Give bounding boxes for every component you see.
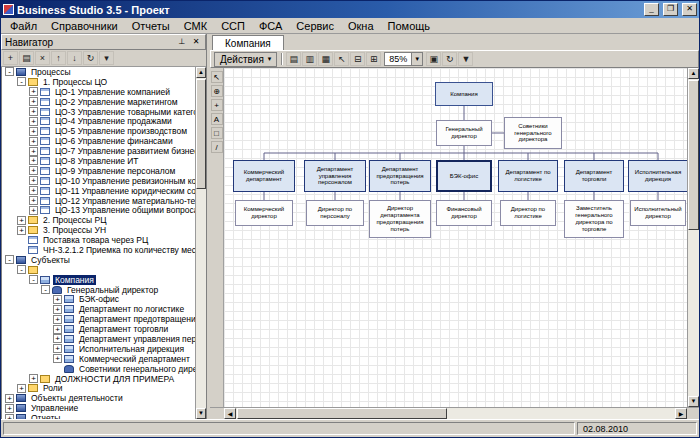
expand-icon[interactable]: + [5, 394, 14, 403]
tree-item[interactable]: -Субъекты [2, 255, 195, 265]
scroll-right-icon[interactable]: ▶ [675, 408, 687, 419]
diagram-canvas[interactable]: КомпанияГенеральный директорСоветники ге… [224, 68, 687, 407]
collapse-icon[interactable]: - [17, 77, 26, 86]
pin-icon[interactable]: ⊥ [176, 36, 188, 48]
collapse-icon[interactable]: - [17, 265, 26, 274]
tree-item[interactable]: +Объекты деятельности [2, 393, 195, 403]
tree-item[interactable]: +Департамент предотвращения потер [2, 314, 195, 324]
horizontal-scrollbar[interactable]: ◀ ▶ [224, 408, 687, 419]
tree-item[interactable]: +ДОЛЖНОСТИ ДЛЯ ПРИМЕРА [2, 374, 195, 384]
zoom-select[interactable]: 85% ▾ [384, 52, 423, 66]
tree-item[interactable]: +ЦО-10 Управление ревизионным контролем [2, 176, 195, 186]
scrollbar-thumb[interactable] [237, 408, 447, 419]
expand-icon[interactable]: + [29, 166, 38, 175]
tree-item[interactable]: +Управление [2, 403, 195, 413]
expand-icon[interactable]: + [5, 404, 14, 413]
tree-item[interactable]: +ЦО-12 Управление материально-технически… [2, 196, 195, 206]
tree-item[interactable]: -Компания [2, 275, 195, 285]
expand-icon[interactable]: + [29, 156, 38, 165]
org-box[interactable]: Компания [435, 82, 493, 106]
tree-item[interactable]: +ЦО-8 Управление ИТ [2, 156, 195, 166]
tree-item[interactable]: +Департамент торговли [2, 324, 195, 334]
line-tool-icon[interactable]: / [211, 141, 223, 153]
menu-item[interactable]: Помощь [381, 19, 438, 33]
menu-item[interactable]: ФСА [252, 19, 289, 33]
collapse-icon[interactable]: - [41, 285, 50, 294]
tree-item[interactable]: +Исполнительная дирекция [2, 344, 195, 354]
expand-icon[interactable]: + [29, 196, 38, 205]
zoom-out-icon[interactable]: ⊟ [350, 52, 365, 66]
expand-icon[interactable]: + [29, 186, 38, 195]
expand-icon[interactable]: + [29, 176, 38, 185]
maximize-button[interactable]: ❐ [663, 3, 678, 16]
scroll-up-icon[interactable]: ▲ [688, 68, 699, 79]
menu-item[interactable]: Отчеты [125, 19, 177, 33]
expand-icon[interactable]: + [5, 414, 14, 419]
save-diagram-icon[interactable]: ▼ [458, 52, 473, 66]
expand-icon[interactable]: + [17, 216, 26, 225]
expand-icon[interactable]: + [17, 384, 26, 393]
tree-item[interactable]: - [2, 265, 195, 275]
scrollbar-thumb[interactable] [688, 80, 699, 230]
org-box[interactable]: Директор департамента предотвращения пот… [369, 200, 431, 238]
tree-item[interactable]: +Роли [2, 384, 195, 394]
org-box[interactable]: Заместитель генерального директора по то… [564, 200, 624, 238]
collapse-icon[interactable]: - [29, 275, 38, 284]
expand-icon[interactable]: + [29, 374, 38, 383]
tree-item[interactable]: +ЦО-1 Управление компанией [2, 87, 195, 97]
refresh-icon[interactable]: ↻ [83, 51, 98, 65]
zoom-in-icon[interactable]: ⊞ [366, 52, 381, 66]
filter-icon[interactable]: ▾ [99, 51, 114, 65]
tree-item[interactable]: +Департамент управления персонало [2, 334, 195, 344]
expand-icon[interactable]: + [29, 127, 38, 136]
vertical-scrollbar[interactable]: ▲ ▼ [687, 68, 699, 407]
org-box[interactable]: Департамент предотвращения потерь [369, 160, 431, 192]
tree-item[interactable]: +ЦО-9 Управление персоналом [2, 166, 195, 176]
expand-icon[interactable]: + [53, 344, 62, 353]
org-box[interactable]: Коммерческий департамент [233, 160, 295, 192]
org-box[interactable]: Департамент по логистике [498, 160, 558, 192]
org-box[interactable]: Генеральный директор [436, 120, 492, 146]
zoom-tool-icon[interactable]: ⊕ [211, 85, 223, 97]
text-tool-icon[interactable]: A [211, 113, 223, 125]
refresh-diagram-icon[interactable]: ↻ [442, 52, 457, 66]
scroll-left-icon[interactable]: ◀ [224, 408, 236, 419]
tree-item[interactable]: +ЦО-3 Управление товарными категориями [2, 107, 195, 117]
tree-item[interactable]: +ЦО-7 Управление развитием бизнеса [2, 146, 195, 156]
move-up-icon[interactable]: ↑ [51, 51, 66, 65]
expand-icon[interactable]: + [29, 147, 38, 156]
expand-icon[interactable]: + [29, 107, 38, 116]
collapse-icon[interactable]: - [5, 67, 14, 76]
expand-icon[interactable]: + [29, 137, 38, 146]
move-down-icon[interactable]: ↓ [67, 51, 82, 65]
menu-item[interactable]: Справочники [44, 19, 125, 33]
minimize-button[interactable]: _ [644, 3, 659, 16]
tree-item[interactable]: -Процессы [2, 67, 195, 77]
tree-item[interactable]: +ЦО-6 Управление финансами [2, 136, 195, 146]
expand-icon[interactable]: + [29, 87, 38, 96]
expand-icon[interactable]: + [53, 334, 62, 343]
tab-kompaniya[interactable]: Компания [212, 35, 284, 50]
tree-item[interactable]: +Коммерческий департамент [2, 354, 195, 364]
org-box[interactable]: БЭК-офис [436, 160, 492, 192]
navigator-close-icon[interactable]: ✕ [190, 36, 202, 48]
tree-item[interactable]: +ЦО-4 Управление продажами [2, 116, 195, 126]
org-box[interactable]: Коммерческий директор [235, 200, 293, 226]
org-box[interactable]: Советники генерального директора [504, 117, 562, 149]
collapse-icon[interactable]: - [5, 255, 14, 264]
tree-item[interactable]: +2. Процессы РЦ [2, 215, 195, 225]
tree-item[interactable]: +Отчеты [2, 413, 195, 419]
menu-item[interactable]: ССП [214, 19, 252, 33]
expand-icon[interactable]: + [53, 354, 62, 363]
expand-icon[interactable]: + [17, 226, 26, 235]
tree-item[interactable]: +БЭК-офис [2, 294, 195, 304]
delete-icon[interactable]: × [35, 51, 50, 65]
tree-item[interactable]: Советники генерального директора [2, 364, 195, 374]
scrollbar-thumb[interactable] [196, 79, 206, 189]
expand-icon[interactable]: + [53, 315, 62, 324]
org-box[interactable]: Исполнительный директор [630, 200, 686, 226]
tree-item[interactable]: +ЦО-11 Управление юридическим сопровожде… [2, 186, 195, 196]
expand-icon[interactable]: + [29, 97, 38, 106]
tree-item[interactable]: +ЦО-13 Управление общими вопросами [2, 205, 195, 215]
tree-item[interactable]: -Генеральный директор [2, 285, 195, 295]
